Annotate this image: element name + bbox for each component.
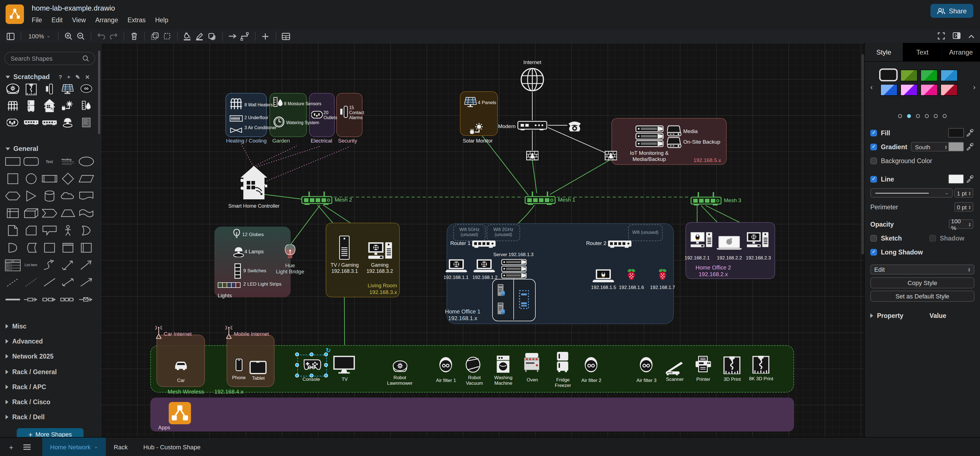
fill-color-button[interactable] [181, 31, 194, 42]
home-office2-subnet[interactable]: 192.168.2.x [699, 271, 728, 278]
shape-dotted-line[interactable] [22, 276, 39, 288]
diagram-canvas[interactable]: Internet Modem 4 Panels Solar Monitor 8 … [101, 43, 865, 437]
linux-laptop-icon[interactable] [592, 269, 614, 284]
telephone-icon[interactable] [567, 119, 582, 134]
sidebar-section-rack-apc[interactable]: Rack / APC [6, 384, 46, 390]
raspberry-pi-icon[interactable] [658, 269, 667, 283]
style-swatch[interactable] [900, 70, 918, 81]
media-drive-icon[interactable] [667, 125, 681, 139]
air-filter2-label[interactable]: Air filter 2 [581, 378, 601, 383]
smart-home-controller-icon[interactable] [240, 166, 267, 203]
style-swatch[interactable] [880, 70, 896, 80]
gradient-checkbox[interactable] [870, 143, 877, 150]
selection-handle[interactable] [324, 373, 328, 378]
shape-outlet[interactable] [4, 116, 21, 129]
ip-192-168-1-7[interactable]: 192.168.1.7 [650, 284, 675, 290]
server-cabinet[interactable] [492, 279, 536, 321]
ip-192-168-1-1[interactable]: 192.168.1.1 [444, 275, 469, 280]
shape-lamp[interactable] [59, 116, 76, 129]
electrical-title[interactable]: Electrical [311, 138, 332, 144]
shape-data-storage[interactable] [22, 242, 39, 254]
contact-alarms-label[interactable]: 15 Contact Alarms [349, 105, 364, 121]
copy-button[interactable] [148, 31, 161, 42]
macbook-icon[interactable] [717, 235, 742, 252]
home-office2-title[interactable]: Home Office 2 [695, 264, 731, 271]
menu-file[interactable]: File [32, 17, 42, 23]
swatch-next-icon[interactable]: › [973, 83, 975, 91]
page-tab-rack[interactable]: Rack [106, 438, 135, 456]
wifi5-label[interactable]: Wifi 5GHz (unused) [460, 227, 479, 238]
swatch-pagination[interactable] [865, 114, 980, 118]
gradient-direction-select[interactable]: South▲▼ [911, 142, 951, 151]
shape-tape[interactable] [78, 207, 94, 219]
selection-handle[interactable] [295, 363, 299, 367]
style-swatch[interactable] [920, 70, 938, 81]
hue-bridge-label[interactable]: Hue Light Bridge [276, 262, 304, 275]
long-shadow-checkbox[interactable] [870, 249, 877, 255]
air-filter-icon[interactable] [439, 356, 453, 375]
outlets-label[interactable]: 20 Outlets [323, 110, 337, 121]
home-office1-subnet[interactable]: 192.168.1.x [448, 315, 477, 322]
home-office1-title[interactable]: Home Office 1 [445, 308, 480, 315]
background-color-checkbox[interactable] [870, 157, 877, 164]
menu-edit[interactable]: Edit [51, 17, 63, 23]
fullscreen-icon[interactable] [938, 32, 945, 40]
router1-icon[interactable] [472, 240, 496, 250]
ip-192-168-1-6[interactable]: 192.168.1.6 [619, 284, 644, 290]
waypoints-button[interactable] [239, 31, 251, 42]
tablet-label[interactable]: Tablet [252, 375, 264, 381]
shape-arrow[interactable] [78, 259, 94, 271]
firewall-icon[interactable] [605, 151, 617, 162]
mesh2-icon[interactable] [301, 192, 332, 207]
modem-label[interactable]: Modem [498, 123, 515, 129]
shape-cylinder[interactable] [41, 190, 57, 202]
mesh-wireless-label[interactable]: Mesh Wireless [168, 389, 204, 395]
menu-extras[interactable]: Extras [127, 17, 146, 23]
raspberry-pi-icon[interactable] [627, 269, 636, 283]
perimeter-stepper[interactable]: 0 pt▲▼ [955, 202, 973, 211]
swatch-prev-icon[interactable]: ‹ [870, 83, 873, 91]
shape-vertical-container[interactable] [59, 242, 76, 254]
chevron-up-icon[interactable] [968, 33, 974, 40]
fridge-freezer-icon[interactable] [556, 352, 570, 375]
line-checkbox[interactable] [870, 176, 877, 182]
apps-drawio-icon[interactable] [169, 402, 191, 426]
shape-or[interactable] [78, 224, 94, 237]
8k-3d-printer-icon[interactable] [752, 356, 770, 376]
insert-button[interactable] [259, 31, 272, 42]
property-header-row[interactable]: Property Value [870, 310, 974, 321]
shape-hexagon[interactable] [4, 190, 21, 202]
3d-print-label[interactable]: 3D Print [724, 377, 741, 382]
fill-color-well[interactable] [948, 128, 964, 138]
shape-router-strip[interactable] [41, 116, 57, 129]
sidebar-section-misc[interactable]: Misc [6, 323, 27, 330]
shadow-checkbox[interactable] [929, 235, 936, 242]
shape-rectangle[interactable] [4, 155, 21, 168]
tv-label[interactable]: TV [342, 377, 348, 382]
tab-style[interactable]: Style [865, 43, 904, 61]
mesh1-icon[interactable] [525, 192, 556, 207]
shape-3d-printer[interactable] [22, 83, 39, 95]
ip-192-168-2-3[interactable]: 192.168.2.3 [746, 255, 771, 261]
menu-view[interactable]: View [72, 17, 86, 23]
phone-icon[interactable] [235, 359, 243, 373]
canvas-scrollbar[interactable] [861, 54, 864, 254]
edit-pencil-icon[interactable]: ✎ [75, 74, 80, 80]
shape-double-arrow[interactable] [59, 276, 76, 288]
mesh3-label[interactable]: Mesh 3 [724, 197, 741, 203]
page-tab-home-network[interactable]: Home Network [42, 438, 106, 456]
paste-button[interactable] [161, 31, 173, 42]
tv-gaming-label[interactable]: TV / Gaming 192.168.3.1 [331, 262, 359, 274]
shape-parallelogram[interactable] [78, 173, 94, 185]
firewall-icon[interactable] [526, 151, 538, 162]
fill-checkbox[interactable] [870, 129, 877, 136]
lamps-label[interactable]: 4 Lamps [245, 249, 264, 255]
shape-curve[interactable] [41, 259, 57, 271]
air-filter-icon[interactable] [639, 356, 653, 375]
security-title[interactable]: Security [338, 138, 357, 144]
shape-internal-storage[interactable] [4, 207, 21, 219]
8k-3d-print-label[interactable]: 8K 3D Print [749, 376, 773, 381]
sidebar-section-rack-dell[interactable]: Rack / Dell [6, 414, 45, 420]
shape-solar-monitor[interactable] [59, 100, 76, 112]
shape-robot-lawnmower[interactable] [4, 83, 21, 95]
